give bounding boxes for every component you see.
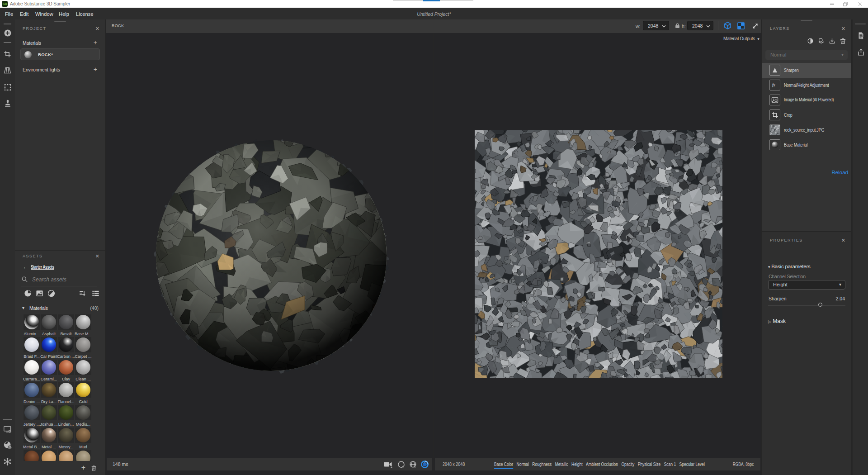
- svg-text:fx: fx: [772, 83, 776, 87]
